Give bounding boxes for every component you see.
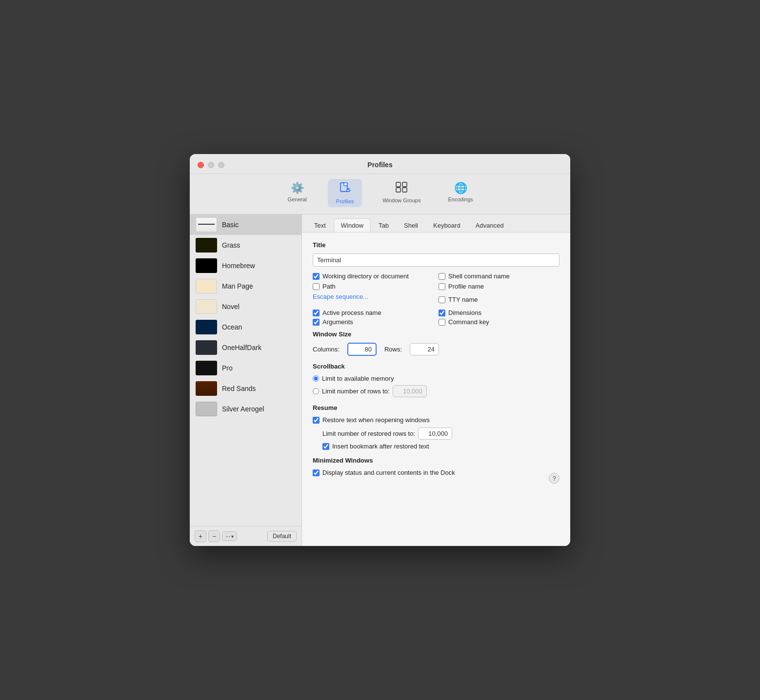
tab-window[interactable]: Window <box>334 218 371 232</box>
window-title: Profiles <box>367 161 392 169</box>
dimensions-checkbox[interactable] <box>439 310 445 316</box>
command-key-checkbox[interactable] <box>439 319 445 326</box>
profile-item-ocean[interactable]: Ocean <box>190 317 301 337</box>
arguments-checkbox[interactable] <box>313 319 320 326</box>
scrollback-section-label: Scrollback <box>313 363 560 370</box>
svg-rect-6 <box>402 188 407 192</box>
tab-keyboard[interactable]: Keyboard <box>426 218 468 232</box>
profile-thumb-silveraerogel <box>196 402 217 416</box>
main-window: Profiles ⚙️ General Profiles <box>190 154 570 546</box>
shell-command-label: Shell command name <box>448 272 510 280</box>
tab-text[interactable]: Text <box>307 218 333 232</box>
toolbar-profiles[interactable]: Profiles <box>328 179 362 207</box>
limit-memory-radio[interactable] <box>313 375 319 382</box>
columns-input[interactable] <box>347 343 377 356</box>
title-section-label: Title <box>313 241 560 249</box>
profile-item-redsands[interactable]: Red Sands <box>190 378 301 399</box>
tab-advanced[interactable]: Advanced <box>468 218 511 232</box>
add-profile-button[interactable]: + <box>195 530 206 542</box>
toolbar: ⚙️ General Profiles <box>190 174 570 214</box>
profile-thumb-basic <box>196 217 217 232</box>
help-button[interactable]: ? <box>549 473 560 484</box>
profile-item-homebrew[interactable]: Homebrew <box>190 255 301 276</box>
more-options-button[interactable]: ··· ▾ <box>222 531 237 541</box>
close-button[interactable] <box>198 162 204 168</box>
rows-input[interactable] <box>410 343 439 355</box>
content: Basic Grass Homebrew <box>190 214 570 546</box>
limit-rows-radio[interactable] <box>313 388 319 394</box>
titlebar: Profiles <box>190 154 570 174</box>
profile-name-novel: Novel <box>222 303 240 311</box>
profile-name-checkbox[interactable] <box>439 283 445 290</box>
tab-shell[interactable]: Shell <box>397 218 425 232</box>
command-key-label: Command key <box>448 318 489 326</box>
toolbar-window-groups-label: Window Groups <box>382 197 420 203</box>
toolbar-encodings[interactable]: 🌐 Encodings <box>441 179 480 207</box>
default-button[interactable]: Default <box>267 531 297 542</box>
svg-rect-5 <box>396 188 400 192</box>
svg-rect-4 <box>402 182 407 187</box>
insert-bookmark-checkbox[interactable] <box>322 443 329 450</box>
maximize-button[interactable] <box>218 162 224 168</box>
working-dir-label: Working directory or document <box>322 272 409 280</box>
traffic-lights <box>198 162 224 168</box>
limit-memory-radio-row: Limit to available memory <box>313 375 560 382</box>
profile-item-onehalfdark[interactable]: OneHalfDark <box>190 337 301 358</box>
toolbar-window-groups[interactable]: Window Groups <box>376 179 427 207</box>
profile-name-homebrew: Homebrew <box>222 262 255 270</box>
limit-restored-input[interactable] <box>418 428 452 440</box>
profile-item-silveraerogel[interactable]: Silver Aerogel <box>190 399 301 419</box>
limit-rows-label: Limit number of rows to: <box>322 388 390 395</box>
profile-list: Basic Grass Homebrew <box>190 214 301 526</box>
display-status-checkbox[interactable] <box>313 469 320 476</box>
profile-item-manpage[interactable]: Man Page <box>190 276 301 296</box>
remove-profile-button[interactable]: − <box>208 530 220 542</box>
profile-thumb-redsands <box>196 381 217 396</box>
profile-item-novel[interactable]: Novel <box>190 296 301 317</box>
limit-memory-label: Limit to available memory <box>322 375 394 382</box>
toolbar-encodings-label: Encodings <box>448 196 473 202</box>
toolbar-profiles-label: Profiles <box>336 198 354 204</box>
restore-text-checkbox[interactable] <box>313 417 320 424</box>
path-checkbox-row: Path <box>313 283 434 290</box>
profile-item-grass[interactable]: Grass <box>190 235 301 255</box>
limit-rows-radio-row: Limit number of rows to: <box>313 385 560 397</box>
profile-thumb-ocean <box>196 320 217 334</box>
working-dir-checkbox-row: Working directory or document <box>313 272 434 280</box>
profile-item-basic[interactable]: Basic <box>190 214 301 235</box>
working-dir-checkbox[interactable] <box>313 273 320 280</box>
profile-name-grass: Grass <box>222 241 240 249</box>
active-process-checkbox-row: Active process name <box>313 309 434 316</box>
profile-name-basic: Basic <box>222 221 239 229</box>
active-process-label: Active process name <box>322 309 381 316</box>
window-groups-icon <box>396 182 407 195</box>
profile-item-pro[interactable]: Pro <box>190 358 301 378</box>
dimensions-label: Dimensions <box>448 309 481 316</box>
shell-command-checkbox-row: Shell command name <box>439 272 560 280</box>
insert-bookmark-label: Insert bookmark after restored text <box>332 443 429 450</box>
command-key-checkbox-row: Command key <box>439 318 560 326</box>
limit-rows-input[interactable] <box>393 385 427 397</box>
dimensions-checkbox-row: Dimensions <box>439 309 560 316</box>
more-icon: ··· <box>225 533 230 540</box>
limit-restored-label: Limit number of restored rows to: <box>322 430 415 437</box>
svg-rect-3 <box>396 182 400 187</box>
restore-text-checkbox-row: Restore text when reopening windows <box>313 416 560 424</box>
tty-name-checkbox[interactable] <box>439 296 445 303</box>
tabs: Text Window Tab Shell Keyboard Advanced <box>302 214 570 233</box>
display-status-label: Display status and current contents in t… <box>322 469 455 476</box>
minimized-section-label: Minimized Windows <box>313 457 560 464</box>
minimize-button[interactable] <box>208 162 214 168</box>
active-process-checkbox[interactable] <box>313 310 320 316</box>
title-input[interactable] <box>313 253 560 267</box>
tab-tab[interactable]: Tab <box>371 218 396 232</box>
escape-sequence-link[interactable]: Escape sequence... <box>313 293 368 300</box>
window-size-row: Columns: Rows: <box>313 343 560 356</box>
resume-section-label: Resume <box>313 404 560 411</box>
path-checkbox[interactable] <box>313 283 320 290</box>
tty-name-label: TTY name <box>448 296 478 303</box>
toolbar-general[interactable]: ⚙️ General <box>280 179 314 207</box>
shell-command-checkbox[interactable] <box>439 273 445 280</box>
profile-thumb-pro <box>196 361 217 375</box>
profile-name-label: Profile name <box>448 283 484 290</box>
